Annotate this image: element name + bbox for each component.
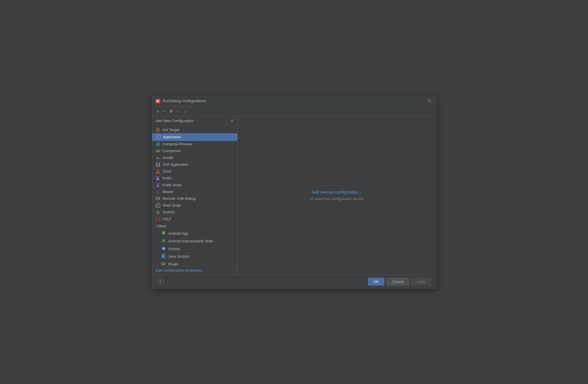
- title-bar-left: ▶ Run/Debug Configurations: [156, 99, 206, 103]
- remote-jvm-debug-label: Remote JVM Debug: [162, 196, 196, 201]
- chevron-icon: ▾: [155, 224, 156, 228]
- sidebar-item-compound[interactable]: Compound: [152, 148, 237, 154]
- svg-rect-8: [158, 150, 160, 152]
- dialog-title: Run/Debug Configurations: [162, 99, 206, 103]
- svg-rect-41: [162, 263, 164, 265]
- testng-icon: NG: [156, 210, 160, 215]
- add-button[interactable]: +: [155, 108, 161, 114]
- copy-button[interactable]: ⧉: [168, 108, 174, 114]
- application-icon: [156, 135, 160, 139]
- svg-rect-39: [162, 254, 164, 258]
- shell-icon: >_: [156, 203, 160, 208]
- kotlin-icon: [156, 176, 160, 181]
- compound-icon: [156, 149, 160, 153]
- java-scratch-label: Java Scratch: [168, 254, 189, 259]
- compound-label: Compound: [162, 149, 181, 153]
- footer-right: OK Cancel Apply: [368, 278, 431, 286]
- sidebar-item-xslt[interactable]: </> XSLT: [152, 216, 237, 223]
- svg-rect-23: [156, 197, 159, 200]
- compose-icon: [156, 142, 160, 146]
- testng-label: TestNG: [162, 210, 175, 214]
- sidebar-item-android-instrumented[interactable]: Android Instrumented Tests: [152, 237, 237, 245]
- groovy-icon: G: [161, 246, 166, 251]
- sidebar: Add New Configuration ⚙ Ant Target Appli…: [152, 116, 237, 275]
- svg-rect-42: [164, 263, 166, 264]
- android-app-label: Android App: [168, 231, 188, 236]
- other-group-header[interactable]: ▾ Other: [152, 223, 237, 230]
- sidebar-item-java-scratch[interactable]: Java Scratch: [152, 253, 237, 260]
- sidebar-item-junit[interactable]: J JUnit: [152, 168, 237, 175]
- svg-rect-24: [159, 198, 160, 199]
- sidebar-item-remote-jvm-debug[interactable]: Remote JVM Debug: [152, 195, 237, 202]
- junit-label: JUnit: [162, 169, 171, 173]
- compose-preview-label: Compose Preview: [162, 142, 193, 146]
- svg-line-34: [164, 231, 165, 231]
- svg-text:>_: >_: [157, 204, 159, 207]
- kotlin-script-label: Kotlin script: [162, 183, 182, 187]
- svg-text:m: m: [156, 190, 159, 194]
- sidebar-item-plugin[interactable]: Plugin: [152, 260, 237, 266]
- toolbar: + − ⧉ ↑ ↓: [152, 106, 436, 116]
- plugin-label: Plugin: [168, 262, 178, 266]
- kotlin-label: Kotlin: [162, 176, 172, 180]
- svg-marker-6: [157, 143, 159, 145]
- main-panel: Add new run configuration... or select r…: [237, 116, 436, 275]
- xslt-label: XSLT: [162, 217, 172, 221]
- title-bar: ▶ Run/Debug Configurations ✕: [152, 96, 436, 106]
- java-scratch-icon: [161, 254, 166, 259]
- sidebar-item-testng[interactable]: NG TestNG: [152, 209, 237, 216]
- jar-icon: JAR: [156, 162, 160, 167]
- svg-rect-35: [162, 240, 163, 241]
- svg-rect-36: [164, 240, 165, 241]
- svg-text:J: J: [157, 171, 159, 173]
- content-area: Add New Configuration ⚙ Ant Target Appli…: [152, 116, 436, 275]
- apply-button[interactable]: Apply: [411, 278, 431, 286]
- sidebar-item-gradle[interactable]: Gradle: [152, 154, 237, 161]
- help-button[interactable]: ?: [157, 278, 164, 285]
- plugin-icon: [161, 261, 166, 266]
- sidebar-item-kotlin-script[interactable]: Kotlin script: [152, 182, 237, 188]
- svg-text:NG: NG: [157, 212, 159, 214]
- gradle-label: Gradle: [162, 156, 174, 160]
- svg-text:G: G: [163, 247, 164, 250]
- move-up-button[interactable]: ↑: [175, 108, 181, 114]
- sidebar-item-android-app[interactable]: Android App: [152, 230, 237, 237]
- remove-button[interactable]: −: [161, 108, 168, 114]
- move-down-button[interactable]: ↓: [182, 108, 188, 114]
- sidebar-item-maven[interactable]: m Maven: [152, 188, 237, 195]
- groovy-label: Groovy: [168, 247, 180, 251]
- filter-icon[interactable]: ⚙: [230, 119, 234, 123]
- svg-line-33: [162, 231, 163, 231]
- application-label: Application: [163, 135, 181, 139]
- svg-rect-4: [157, 136, 158, 137]
- sidebar-item-shell-script[interactable]: >_ Shell Script: [152, 202, 237, 209]
- run-debug-dialog: ▶ Run/Debug Configurations ✕ + − ⧉ ↑ ↓ A…: [152, 96, 436, 289]
- sidebar-list: Ant Target Application Compose Preview: [152, 125, 237, 266]
- close-button[interactable]: ✕: [426, 98, 432, 104]
- sidebar-header: Add New Configuration ⚙: [152, 116, 237, 125]
- edit-templates-link[interactable]: Edit configuration templates...: [156, 268, 204, 272]
- svg-point-10: [157, 158, 158, 159]
- sidebar-item-compose-preview[interactable]: Compose Preview: [152, 141, 237, 148]
- svg-text:</>: </>: [156, 219, 159, 220]
- maven-icon: m: [156, 190, 160, 194]
- sidebar-item-kotlin[interactable]: Kotlin: [152, 175, 237, 182]
- junit-icon: J: [156, 169, 160, 174]
- gradle-icon: [156, 156, 160, 160]
- ok-button[interactable]: OK: [368, 278, 384, 286]
- select-config-hint: or select run configuration to edit: [310, 197, 364, 201]
- cancel-button[interactable]: Cancel: [387, 278, 409, 286]
- sidebar-item-application[interactable]: Application: [152, 133, 237, 141]
- svg-text:JAR: JAR: [157, 164, 160, 166]
- sidebar-item-jar-application[interactable]: JAR JAR Application: [152, 161, 237, 168]
- svg-rect-32: [164, 232, 165, 234]
- xslt-icon: </>: [156, 217, 160, 221]
- add-config-link[interactable]: Add new run configuration...: [312, 190, 361, 194]
- remote-jvm-icon: [156, 196, 160, 201]
- sidebar-item-ant-target[interactable]: Ant Target: [152, 127, 237, 133]
- sidebar-title: Add New Configuration: [156, 119, 194, 123]
- ant-icon: [156, 128, 160, 132]
- kotlin-script-icon: [156, 183, 160, 187]
- sidebar-item-groovy[interactable]: G Groovy: [152, 245, 237, 253]
- ant-target-label: Ant Target: [162, 128, 179, 132]
